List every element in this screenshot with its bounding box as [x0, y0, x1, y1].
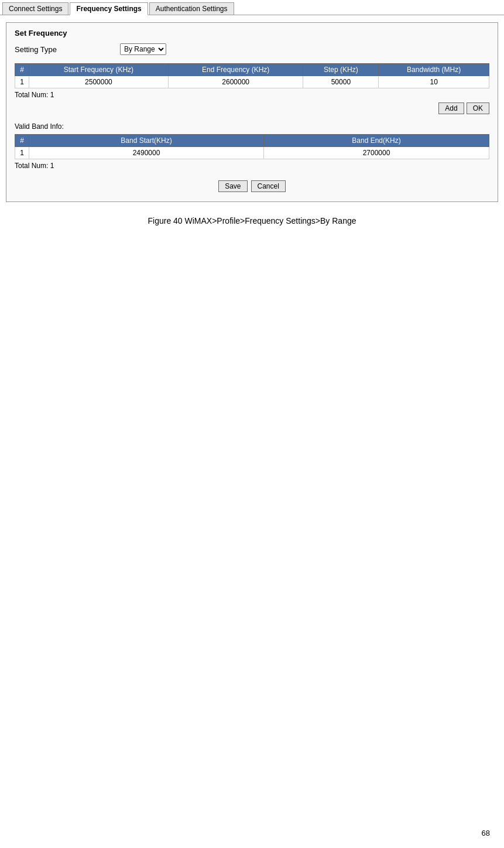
- cell-num: 1: [15, 76, 29, 88]
- panel-title: Set Frequency: [15, 29, 489, 37]
- col-band-end: Band End(KHz): [263, 135, 489, 147]
- col-bandwidth: Bandwidth (MHz): [379, 64, 489, 76]
- cell-vb-num: 1: [15, 147, 29, 159]
- save-button[interactable]: Save: [218, 180, 247, 192]
- col-end-freq: End Frequency (KHz): [168, 64, 303, 76]
- cell-bandwidth: 10: [379, 76, 489, 88]
- figure-caption: Figure 40 WiMAX>Profile>Frequency Settin…: [6, 216, 498, 225]
- cell-end-freq: 2600000: [168, 76, 303, 88]
- tab-authentication-settings[interactable]: Authentication Settings: [149, 2, 234, 15]
- cancel-button[interactable]: Cancel: [251, 180, 286, 192]
- valid-band-label: Valid Band Info:: [15, 122, 489, 131]
- ok-button[interactable]: OK: [467, 102, 489, 114]
- setting-type-label: Setting Type: [15, 45, 120, 54]
- setting-type-row: Setting Type By Range By List: [15, 43, 489, 55]
- tab-connect-settings[interactable]: Connect Settings: [2, 2, 68, 15]
- cell-band-start: 2490000: [29, 147, 264, 159]
- add-ok-row: Add OK: [15, 102, 489, 114]
- cell-step: 50000: [303, 76, 379, 88]
- col-start-freq: Start Frequency (KHz): [29, 64, 169, 76]
- cell-start-freq: 2500000: [29, 76, 169, 88]
- table-row: 1 2500000 2600000 50000 10: [15, 76, 489, 88]
- tabs-bar: Connect Settings Frequency Settings Auth…: [0, 0, 504, 15]
- col-hash: #: [15, 64, 29, 76]
- frequency-table-header: # Start Frequency (KHz) End Frequency (K…: [15, 64, 489, 76]
- valid-band-total: Total Num: 1: [15, 162, 489, 170]
- frequency-total: Total Num: 1: [15, 91, 489, 99]
- valid-band-table-header: # Band Start(KHz) Band End(KHz): [15, 135, 489, 147]
- set-frequency-panel: Set Frequency Setting Type By Range By L…: [6, 22, 498, 202]
- frequency-table: # Start Frequency (KHz) End Frequency (K…: [15, 63, 489, 88]
- col-step: Step (KHz): [303, 64, 379, 76]
- add-button[interactable]: Add: [438, 102, 464, 114]
- tab-frequency-settings[interactable]: Frequency Settings: [70, 2, 148, 15]
- cell-band-end: 2700000: [263, 147, 489, 159]
- save-cancel-row: Save Cancel: [15, 180, 489, 192]
- page-number: 68: [482, 829, 490, 837]
- col-vb-hash: #: [15, 135, 29, 147]
- col-band-start: Band Start(KHz): [29, 135, 264, 147]
- setting-type-select[interactable]: By Range By List: [120, 43, 166, 55]
- table-row: 1 2490000 2700000: [15, 147, 489, 159]
- main-content: Set Frequency Setting Type By Range By L…: [0, 15, 504, 232]
- valid-band-table: # Band Start(KHz) Band End(KHz) 1 249000…: [15, 134, 489, 159]
